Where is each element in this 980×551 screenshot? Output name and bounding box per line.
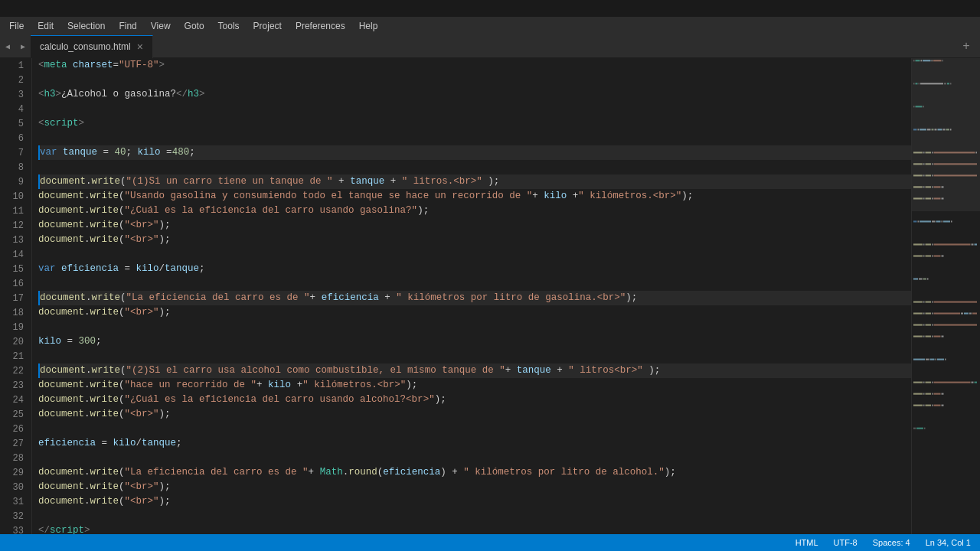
status-item[interactable]: Ln 34, Col 1 [923,538,974,547]
line-number-16: 16 [0,276,31,291]
line-number-32: 32 [0,509,31,523]
status-item[interactable]: Spaces: 4 [870,538,913,547]
minimize-button[interactable] [926,2,940,15]
code-line-21 [38,349,911,364]
tab-calculo-consumo[interactable]: calculo_consumo.html × [31,35,153,58]
code-line-17: document.write("La eficiencia del carro … [38,291,911,305]
line-number-29: 29 [0,465,31,480]
line-number-23: 23 [0,378,31,393]
close-button[interactable] [960,2,974,15]
line-number-14: 14 [0,247,31,262]
minimap-viewport [912,58,980,211]
line-number-9: 9 [0,174,31,189]
code-line-10: document.write("Usando gasolina y consum… [38,189,911,204]
code-line-28 [38,451,911,465]
code-line-33: </script> [38,523,911,534]
line-number-3: 3 [0,87,31,102]
menu-bar: FileEditSelectionFindViewGotoToolsProjec… [0,17,980,35]
code-line-16 [38,276,911,291]
title-bar [0,0,980,17]
code-line-26 [38,422,911,436]
code-line-32 [38,509,911,523]
code-line-11: document.write("¿Cuál es la eficiencia d… [38,204,911,218]
code-editor[interactable]: <meta charset="UTF-8"> <h3>¿Alcohol o ga… [32,58,911,534]
code-line-27: eficiencia = kilo/tanque; [38,436,911,451]
line-number-26: 26 [0,422,31,436]
menu-item-help[interactable]: Help [353,19,384,33]
code-line-22: document.write("(2)Si el carro usa alcoh… [38,364,911,378]
line-number-1: 1 [0,58,31,73]
line-number-7: 7 [0,145,31,160]
line-number-5: 5 [0,116,31,131]
code-line-7: var tanque = 40; kilo =480; [38,145,911,160]
line-number-31: 31 [0,494,31,509]
line-number-19: 19 [0,320,31,334]
line-number-15: 15 [0,262,31,276]
menu-item-preferences[interactable]: Preferences [289,19,351,33]
tab-nav-right[interactable]: ▶ [15,35,31,58]
menu-item-edit[interactable]: Edit [31,19,60,33]
code-line-4 [38,102,911,116]
code-line-29: document.write("La eficiencia del carro … [38,465,911,480]
status-item[interactable]: HTML [792,538,822,547]
menu-item-tools[interactable]: Tools [212,19,246,33]
line-number-6: 6 [0,131,31,145]
line-number-4: 4 [0,102,31,116]
line-number-21: 21 [0,349,31,364]
code-line-3: <h3>¿Alcohol o gasolina?</h3> [38,87,911,102]
tab-label: calculo_consumo.html [40,41,131,52]
line-number-22: 22 [0,364,31,378]
status-item[interactable]: UTF-8 [831,538,861,547]
line-number-12: 12 [0,218,31,233]
status-right: HTMLUTF-8Spaces: 4Ln 34, Col 1 [792,538,974,547]
menu-item-view[interactable]: View [145,19,177,33]
line-number-28: 28 [0,451,31,465]
minimap [911,58,980,534]
code-line-13: document.write("<br>"); [38,233,911,247]
editor-area: 1234567891011121314151617181920212223242… [0,58,980,534]
code-line-31: document.write("<br>"); [38,494,911,509]
tab-nav-left[interactable]: ◀ [0,35,15,58]
code-line-1: <meta charset="UTF-8"> [38,58,911,73]
code-line-5: <script> [38,116,911,131]
status-bar: HTMLUTF-8Spaces: 4Ln 34, Col 1 [0,534,980,551]
code-line-8 [38,160,911,174]
code-line-15: var eficiencia = kilo/tanque; [38,262,911,276]
code-line-23: document.write("hace un recorrido de "+ … [38,378,911,393]
code-line-24: document.write("¿Cuál es la eficiencia d… [38,393,911,407]
line-number-33: 33 [0,523,31,534]
code-line-14 [38,247,911,262]
line-number-13: 13 [0,233,31,247]
line-number-8: 8 [0,160,31,174]
tab-add-button[interactable]: + [956,35,977,58]
line-number-27: 27 [0,436,31,451]
line-number-10: 10 [0,189,31,204]
tab-close-button[interactable]: × [137,41,143,52]
menu-item-goto[interactable]: Goto [178,19,211,33]
code-line-6 [38,131,911,145]
line-number-18: 18 [0,305,31,320]
line-number-17: 17 [0,291,31,305]
code-line-9: document.write("(1)Si un carro tiene un … [38,174,911,189]
menu-item-selection[interactable]: Selection [61,19,111,33]
code-line-12: document.write("<br>"); [38,218,911,233]
menu-item-find[interactable]: Find [113,19,142,33]
code-line-25: document.write("<br>"); [38,407,911,422]
line-number-11: 11 [0,204,31,218]
line-numbers: 1234567891011121314151617181920212223242… [0,58,32,534]
line-number-20: 20 [0,334,31,349]
code-line-19 [38,320,911,334]
code-line-30: document.write("<br>"); [38,480,911,494]
code-line-2 [38,73,911,87]
code-line-20: kilo = 300; [38,334,911,349]
maximize-button[interactable] [943,2,957,15]
line-number-2: 2 [0,73,31,87]
menu-item-file[interactable]: File [3,19,30,33]
line-number-25: 25 [0,407,31,422]
line-number-24: 24 [0,393,31,407]
code-line-18: document.write("<br>"); [38,305,911,320]
line-number-30: 30 [0,480,31,494]
menu-item-project[interactable]: Project [247,19,288,33]
title-bar-controls [926,2,974,15]
tab-bar: ◀ ▶ calculo_consumo.html × + [0,35,980,58]
